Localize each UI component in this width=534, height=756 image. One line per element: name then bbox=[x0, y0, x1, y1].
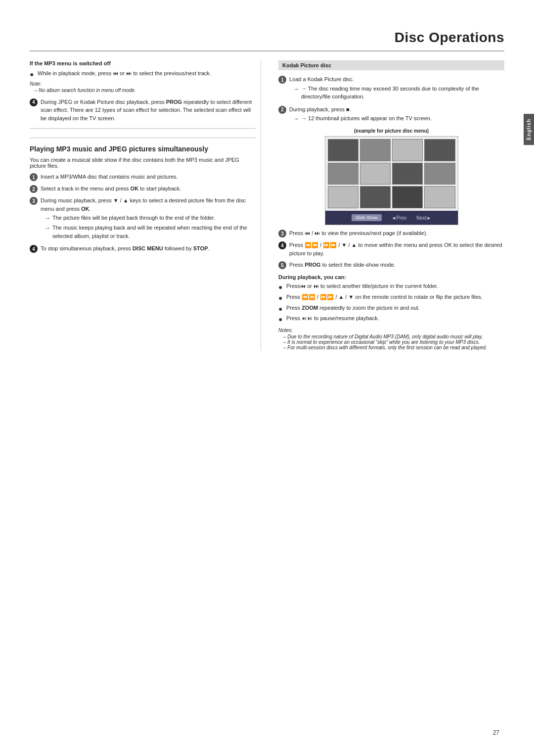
kodak-step1: 1 Load a Kodak Picture disc. → → The dis… bbox=[278, 75, 504, 102]
kodak-step3-num: 3 bbox=[278, 230, 286, 237]
mp3-step4-num: 4 bbox=[30, 245, 38, 253]
mp3-intro: You can create a musical slide show if t… bbox=[30, 157, 256, 169]
during-bullet2-text: Press ⏪⏪ / ⏩⏩ / ▲ / ▼ on the remote cont… bbox=[286, 294, 483, 300]
mp3-step2-num: 2 bbox=[30, 185, 38, 193]
kodak-step4-content: Press ⏪⏪ / ⏩⏩ / ▼ / ▲ to move within the… bbox=[289, 241, 504, 257]
thumb-1 bbox=[328, 139, 358, 161]
mp3-step3-num: 3 bbox=[30, 197, 38, 205]
mp3-step4-post: . bbox=[208, 245, 210, 251]
during-bullet1-text: Press⏮ or ⏭ to select another title/pict… bbox=[286, 283, 438, 289]
mp3-step2-bold: OK bbox=[131, 186, 139, 191]
step4-text: During JPEG or Kodak Picture disc playba… bbox=[41, 99, 166, 105]
mp3-step3-arrow2: → The music keeps playing back and will … bbox=[44, 224, 256, 240]
during-bullet2: ● Press ⏪⏪ / ⏩⏩ / ▲ / ▼ on the remote co… bbox=[278, 294, 504, 302]
mp3-step3-arrow1-text: The picture files will be played back th… bbox=[52, 214, 215, 222]
mp3-step1-content: Insert a MP3/WMA disc that contains musi… bbox=[41, 173, 256, 181]
mp3-step4-bold2: STOP bbox=[193, 245, 208, 251]
kodak-step4: 4 Press ⏪⏪ / ⏩⏩ / ▼ / ▲ to move within t… bbox=[278, 241, 504, 257]
picture-disc-example: Slide Show ◄Prev Next► bbox=[325, 136, 458, 225]
kodak-step2-content: During playback, press ■. → → 12 thumbna… bbox=[289, 105, 504, 125]
page-container: Disc Operations English If the MP3 menu … bbox=[0, 0, 534, 756]
arrow-icon2: → bbox=[44, 224, 50, 233]
kodak-title: Kodak Picture disc bbox=[278, 60, 504, 70]
mp3-step3-post: . bbox=[89, 206, 90, 212]
step4-prog: PROG bbox=[166, 99, 182, 105]
notes-label: Notes: bbox=[278, 328, 504, 333]
right-column: Kodak Picture disc 1 Load a Kodak Pictur… bbox=[276, 60, 504, 350]
during-bullet4: ● Press ⏯⏯ to pause/resume playback. bbox=[278, 315, 504, 324]
kodak-step2-arrow-text: → 12 thumbnail pictures will appear on t… bbox=[301, 114, 432, 123]
slideshow-button[interactable]: Slide Show bbox=[352, 214, 382, 221]
thumb-9 bbox=[328, 186, 358, 208]
during-bullet3-content: Press ZOOM repeatedly to zoom the pictur… bbox=[286, 305, 420, 311]
mp3-step2-post: to start playback. bbox=[138, 186, 181, 191]
step5-bold: PROG bbox=[305, 262, 320, 268]
kodak-step2: 2 During playback, press ■. → → 12 thumb… bbox=[278, 105, 504, 125]
during-bullet3-post: repeatedly to zoom the picture in and ou… bbox=[318, 305, 419, 311]
thumb-12 bbox=[424, 186, 455, 208]
during-bullet3-pre: Press bbox=[286, 305, 302, 311]
next-nav[interactable]: Next► bbox=[416, 215, 431, 221]
kodak-step1-num: 1 bbox=[278, 76, 286, 84]
kodak-step5-num: 5 bbox=[278, 261, 286, 269]
thumb-6 bbox=[360, 163, 391, 185]
kodak-step4-num: 4 bbox=[278, 241, 286, 249]
step4-scan: 4 During JPEG or Kodak Picture disc play… bbox=[30, 98, 256, 123]
mp3-bullet1: ● While in playback mode, press ⏮ or ⏭ t… bbox=[30, 70, 256, 79]
thumbnail-grid bbox=[325, 137, 458, 211]
thumb-3 bbox=[392, 139, 423, 161]
mp3-menu-off-title: If the MP3 menu is switched off bbox=[30, 60, 256, 66]
thumb-7 bbox=[392, 163, 423, 185]
step4-content: During JPEG or Kodak Picture disc playba… bbox=[41, 98, 256, 123]
prev-nav[interactable]: ◄Prev bbox=[392, 215, 406, 221]
mp3-step3-arrow2-text: The music keeps playing back and will be… bbox=[52, 224, 256, 240]
during-bullet3-bold: ZOOM bbox=[302, 305, 318, 311]
kodak-step1-content: Load a Kodak Picture disc. → → The disc … bbox=[289, 75, 504, 102]
during-bullet1: ● Press⏮ or ⏭ to select another title/pi… bbox=[278, 283, 504, 291]
mp3-step3-content: During music playback, press ▼ / ▲ keys … bbox=[41, 196, 256, 241]
english-tab: English bbox=[524, 114, 534, 145]
mp3-step1-num: 1 bbox=[30, 173, 38, 181]
thumb-11 bbox=[392, 186, 423, 208]
kodak-step2-arrow: → → 12 thumbnail pictures will appear on… bbox=[293, 114, 504, 123]
step5-pre: Press bbox=[289, 262, 305, 268]
page-title: Disc Operations bbox=[30, 30, 504, 51]
kodak-step1-text: Load a Kodak Picture disc. bbox=[289, 76, 354, 82]
kodak-step5-content: Press PROG to select the slide-show mode… bbox=[289, 261, 504, 269]
kodak-step3: 3 Press ⏮ / ⏭ to view the previous/next … bbox=[278, 229, 504, 237]
mp3-step1: 1 Insert a MP3/WMA disc that contains mu… bbox=[30, 173, 256, 181]
mp3-step2: 2 Select a track in the menu and press O… bbox=[30, 185, 256, 193]
kodak-step1-arrow-text: → The disc reading time may exceed 30 se… bbox=[301, 85, 504, 101]
arrow-icon3: → bbox=[293, 85, 299, 94]
mp3-step2-pre: Select a track in the menu and press bbox=[41, 186, 131, 191]
bullet-icon: ● bbox=[30, 70, 36, 79]
note-dash1: – No album search function in menu off m… bbox=[35, 88, 256, 93]
mp3-step3-pre: During music playback, press ▼ / ▲ keys … bbox=[41, 197, 246, 212]
mp3-step3-arrow1: → The picture files will be played back … bbox=[44, 214, 256, 223]
left-column: If the MP3 menu is switched off ● While … bbox=[30, 60, 261, 350]
mp3-step3: 3 During music playback, press ▼ / ▲ key… bbox=[30, 196, 256, 241]
step5-post: to select the slide-show mode. bbox=[321, 262, 396, 268]
arrow-icon1: → bbox=[44, 214, 50, 223]
thumb-10 bbox=[360, 186, 391, 208]
note2: – It is normal to experience an occasion… bbox=[283, 339, 504, 345]
note-label: Note: bbox=[30, 81, 256, 87]
kodak-step5: 5 Press PROG to select the slide-show mo… bbox=[278, 261, 504, 269]
page-number: 27 bbox=[493, 729, 499, 736]
bullet-icon-dp1: ● bbox=[278, 283, 284, 291]
disc-menu-bar: Slide Show ◄Prev Next► bbox=[325, 211, 458, 225]
example-label: (example for picture disc menu) bbox=[278, 128, 504, 134]
mp3-step2-content: Select a track in the menu and press OK … bbox=[41, 185, 256, 193]
bullet-icon-dp3: ● bbox=[278, 305, 284, 313]
bullet-icon-dp4: ● bbox=[278, 315, 284, 324]
step4-numbered: 4 During JPEG or Kodak Picture disc play… bbox=[30, 98, 256, 123]
thumb-2 bbox=[360, 139, 391, 161]
thumb-5 bbox=[328, 163, 358, 185]
during-bullet4-text: Press ⏯⏯ to pause/resume playback. bbox=[286, 315, 379, 321]
notes-block: Notes: – Due to the recording nature of … bbox=[278, 328, 504, 350]
kodak-step2-num: 2 bbox=[278, 106, 286, 114]
thumb-4 bbox=[424, 139, 455, 161]
thumb-8 bbox=[424, 163, 455, 185]
mp3-step4-bold1: DISC MENU bbox=[133, 245, 163, 251]
during-playback-title: During playback, you can: bbox=[278, 274, 504, 280]
